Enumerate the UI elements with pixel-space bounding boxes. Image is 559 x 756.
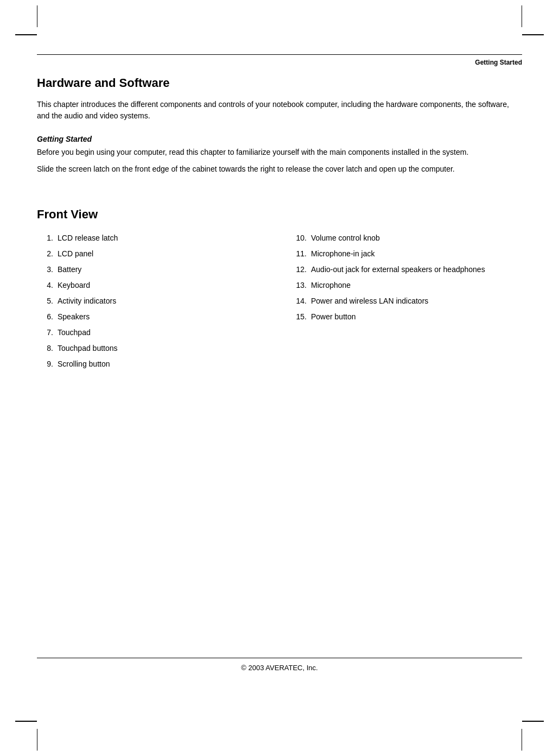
list-item-number: 1. [37, 232, 53, 244]
list-item-number: 3. [37, 264, 53, 275]
list-item-number: 6. [37, 311, 53, 323]
list-item-text: LCD panel [58, 248, 269, 260]
list-item: 5. Activity indicators [37, 295, 269, 307]
list-item-number: 2. [37, 248, 53, 260]
list-item: 7. Touchpad [37, 327, 269, 338]
front-view-list: 1. LCD release latch 2. LCD panel 3. Bat… [37, 232, 522, 374]
list-item-number: 10. [290, 232, 307, 244]
list-item-number: 4. [37, 280, 53, 291]
list-item-number: 11. [290, 248, 307, 260]
list-item-text: Microphone-in jack [311, 248, 522, 260]
list-item: 3. Battery [37, 264, 269, 275]
hardware-intro-text: This chapter introduces the different co… [37, 99, 522, 122]
corner-mark-top-left-v [37, 5, 37, 27]
list-item: 9. Scrolling button [37, 358, 269, 370]
list-item-text: Keyboard [58, 280, 269, 291]
list-item-number: 14. [290, 295, 307, 307]
list-item-number: 13. [290, 280, 307, 291]
footer-line [37, 658, 522, 658]
header-section-title: Getting Started [475, 59, 522, 66]
getting-started-subtitle: Getting Started [37, 135, 522, 143]
hardware-software-title: Hardware and Software [37, 76, 522, 90]
getting-started-paragraph2: Slide the screen latch on the front edge… [37, 163, 522, 175]
getting-started-paragraph1: Before you begin using your computer, re… [37, 147, 522, 158]
list-item: 12. Audio-out jack for external speakers… [290, 264, 522, 275]
corner-mark-bottom-right-v [522, 729, 522, 751]
list-item-text: Speakers [58, 311, 269, 323]
list-item: 1. LCD release latch [37, 232, 269, 244]
list-item-text: Microphone [311, 280, 522, 291]
list-item-text: Touchpad buttons [58, 343, 269, 354]
list-item: 2. LCD panel [37, 248, 269, 260]
list-item: 13. Microphone [290, 280, 522, 291]
page: Getting Started Hardware and Software Th… [0, 0, 559, 756]
list-item-text: LCD release latch [58, 232, 269, 244]
list-item-number: 8. [37, 343, 53, 354]
front-view-left-column: 1. LCD release latch 2. LCD panel 3. Bat… [37, 232, 269, 374]
header-line [37, 54, 522, 55]
list-item-number: 9. [37, 358, 53, 370]
corner-mark-bottom-right-h [522, 721, 544, 722]
list-item-text: Scrolling button [58, 358, 269, 370]
corner-mark-top-left-h [15, 34, 37, 35]
corner-mark-top-right-h [522, 34, 544, 35]
list-item-number: 12. [290, 264, 307, 275]
list-item-text: Power button [311, 311, 522, 323]
list-item-text: Audio-out jack for external speakers or … [311, 264, 522, 275]
list-item-number: 15. [290, 311, 307, 323]
list-item-number: 5. [37, 295, 53, 307]
front-view-title: Front View [37, 207, 522, 222]
main-content: Hardware and Software This chapter intro… [37, 76, 522, 647]
list-item-text: Power and wireless LAN indicators [311, 295, 522, 307]
list-item-text: Battery [58, 264, 269, 275]
list-item-number: 7. [37, 327, 53, 338]
list-item: 10. Volume control knob [290, 232, 522, 244]
list-item: 14. Power and wireless LAN indicators [290, 295, 522, 307]
corner-mark-top-right-v [522, 5, 522, 27]
list-item: 15. Power button [290, 311, 522, 323]
list-item-text: Touchpad [58, 327, 269, 338]
footer-copyright: © 2003 AVERATEC, Inc. [0, 664, 559, 672]
corner-mark-bottom-left-v [37, 729, 37, 751]
front-view-right-column: 10. Volume control knob 11. Microphone-i… [290, 232, 522, 374]
list-item: 8. Touchpad buttons [37, 343, 269, 354]
list-item-text: Activity indicators [58, 295, 269, 307]
list-item: 6. Speakers [37, 311, 269, 323]
corner-mark-bottom-left-h [15, 721, 37, 722]
list-item: 11. Microphone-in jack [290, 248, 522, 260]
list-item: 4. Keyboard [37, 280, 269, 291]
list-item-text: Volume control knob [311, 232, 522, 244]
